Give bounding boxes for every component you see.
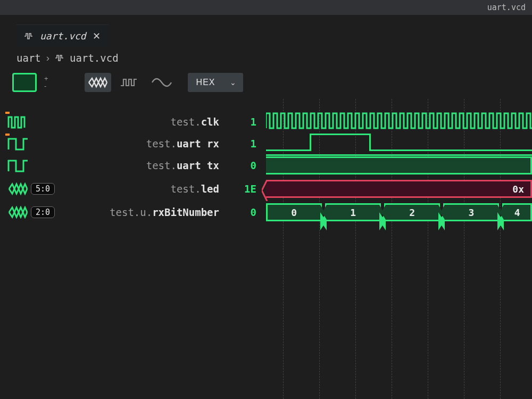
signal-row-rxbitnumber[interactable]: 2:0 test.u.rxBitNumber 0 xyxy=(0,201,262,223)
plus-icon[interactable]: + xyxy=(44,75,48,82)
minus-icon[interactable]: - xyxy=(44,82,48,90)
tab-uart-vcd[interactable]: uart.vcd ✕ xyxy=(16,24,109,47)
tab-label: uart.vcd xyxy=(40,30,86,41)
window-title: uart.vcd xyxy=(487,3,526,12)
square-wave-icon xyxy=(0,137,29,151)
chevron-right-icon: › xyxy=(46,52,49,64)
bus-segment: 0x xyxy=(266,180,532,198)
signal-names-pane: test.clk 1 test.uart rx 1 test.uart tx 0 xyxy=(0,99,262,399)
signal-row-clk[interactable]: test.clk 1 xyxy=(0,111,262,133)
signal-row-uart-rx[interactable]: test.uart rx 1 xyxy=(0,132,262,155)
swatch-plus-minus[interactable]: + - xyxy=(42,75,48,90)
chevron-down-icon: ⌄ xyxy=(230,78,237,87)
color-swatch[interactable] xyxy=(12,73,37,92)
wave-led: 0x xyxy=(262,179,532,198)
bus-width-badge: 5:0 xyxy=(31,183,55,195)
bus-segment: 3 xyxy=(443,203,499,221)
wave-uart-tx xyxy=(262,156,532,175)
bus-wave-icon xyxy=(0,182,29,195)
breadcrumb: uart › uart.vcd xyxy=(0,47,532,70)
waveform-area: test.clk 1 test.uart rx 1 test.uart tx 0 xyxy=(0,99,532,399)
bus-width-badge: 2:0 xyxy=(31,206,55,218)
bus-segment: 2 xyxy=(384,203,440,221)
view-analog-icon[interactable] xyxy=(148,73,175,92)
waveform-toolbar: + - HEX ⌄ xyxy=(0,70,532,95)
bus-segment: 0 xyxy=(266,203,322,221)
signal-name: test.led xyxy=(170,183,219,195)
signal-value: 0 xyxy=(251,206,256,218)
square-wave-icon xyxy=(0,159,29,172)
bus-segment: 4 xyxy=(502,203,532,221)
clock-wave-icon xyxy=(0,115,29,129)
signal-row-led[interactable]: 5:0 test.led 1E xyxy=(0,178,262,200)
signal-name: test.uart rx xyxy=(146,138,219,149)
bus-value: 0x xyxy=(512,184,524,195)
bus-segment: 1 xyxy=(325,203,381,221)
signal-name: test.clk xyxy=(170,116,219,128)
view-bus-icon[interactable] xyxy=(85,73,111,92)
close-icon[interactable]: ✕ xyxy=(93,30,101,42)
signal-value: 1E xyxy=(244,183,256,195)
signal-name: test.uart tx xyxy=(146,160,219,171)
breadcrumb-folder[interactable]: uart xyxy=(16,52,41,64)
breadcrumb-file[interactable]: uart.vcd xyxy=(70,52,119,64)
waveform-canvas[interactable]: 20 s 30 s 40 s 50 s 60 s 70 s 80 s 90 s xyxy=(262,99,532,399)
file-icon xyxy=(55,53,64,63)
signal-value: 1 xyxy=(251,138,256,149)
window-titlebar: uart.vcd xyxy=(0,0,532,15)
bus-wave-icon xyxy=(0,206,29,219)
signal-value: 1 xyxy=(251,116,256,128)
signal-row-uart-tx[interactable]: test.uart tx 0 xyxy=(0,154,262,177)
bus-segment xyxy=(266,156,532,174)
file-icon xyxy=(24,31,34,41)
wave-clk xyxy=(262,111,532,130)
wave-rxbitnumber: 0 1 2 3 4 xyxy=(262,203,532,222)
signal-value: 0 xyxy=(251,160,256,171)
tab-strip: uart.vcd ✕ xyxy=(0,24,532,47)
format-select[interactable]: HEX ⌄ xyxy=(188,73,243,92)
format-label: HEX xyxy=(196,78,215,87)
view-digital-icon[interactable] xyxy=(117,73,143,92)
wave-uart-rx xyxy=(262,132,532,152)
signal-name: test.u.rxBitNumber xyxy=(110,206,219,218)
